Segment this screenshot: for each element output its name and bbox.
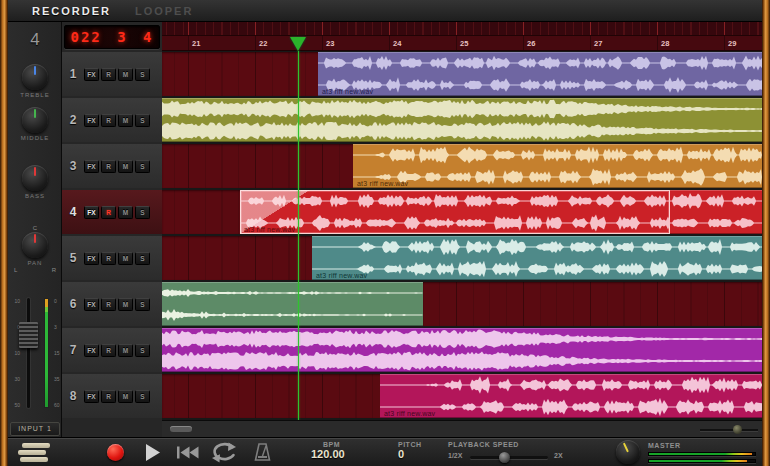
menu-icon[interactable] [18, 442, 52, 463]
track-lane-4[interactable]: at3 riff new.wav [162, 190, 762, 234]
fx-button-track-4[interactable]: FX [84, 206, 99, 219]
record-arm-button-track-4[interactable]: R [101, 206, 116, 219]
waveform-graphic [162, 328, 762, 372]
record-arm-button-track-3[interactable]: R [101, 160, 116, 173]
track-lane-5[interactable]: at3 riff new.wav [162, 236, 762, 280]
zoom-slider-track[interactable] [700, 429, 758, 431]
solo-button-track-5[interactable]: S [135, 252, 150, 265]
fx-button-track-2[interactable]: FX [84, 114, 99, 127]
audio-clip[interactable]: at3 riff new.wav [380, 374, 762, 418]
track-lane-2[interactable] [162, 98, 762, 142]
solo-button-track-3[interactable]: S [135, 160, 150, 173]
mute-button-track-2[interactable]: M [118, 114, 133, 127]
play-icon [144, 443, 161, 462]
speed-slider-handle[interactable] [499, 452, 510, 463]
mute-button-track-8[interactable]: M [118, 390, 133, 403]
audio-clip[interactable]: at3 riff new.wav [353, 144, 762, 188]
metronome-button[interactable] [253, 442, 272, 466]
fx-button-track-8[interactable]: FX [84, 390, 99, 403]
mute-button-track-5[interactable]: M [118, 252, 133, 265]
waveform-graphic [670, 190, 762, 234]
fx-button-track-6[interactable]: FX [84, 298, 99, 311]
zoom-slider-knob[interactable] [733, 425, 742, 434]
track-number: 8 [62, 389, 84, 403]
tab-looper[interactable]: LOOPER [135, 5, 193, 17]
timeline-tick-strip[interactable] [162, 22, 762, 36]
clip-label: at3 riff new.wav [357, 180, 408, 187]
record-arm-button-track-8[interactable]: R [101, 390, 116, 403]
recorder-window: RECORDER LOOPER 4 TREBLEMIDDLEBASSCLRPAN… [0, 0, 770, 466]
record-arm-button-track-5[interactable]: R [101, 252, 116, 265]
clip-label: at3 riff new.wav [244, 226, 295, 233]
pan-knob[interactable] [22, 232, 48, 258]
play-button[interactable] [144, 443, 161, 466]
solo-button-track-8[interactable]: S [135, 390, 150, 403]
bar-number-23: 23 [326, 39, 334, 48]
playback-speed-label: PLAYBACK SPEED [448, 441, 578, 448]
middle-knob[interactable] [22, 107, 48, 133]
timeline-ruler[interactable]: 212223242526272829 [162, 36, 762, 51]
rewind-button[interactable] [176, 445, 200, 464]
track-lane-6[interactable] [162, 282, 762, 326]
speed-slider-track[interactable] [470, 456, 548, 459]
audio-clip[interactable] [162, 98, 762, 142]
horizontal-scrollbar-handle[interactable] [170, 426, 192, 432]
speed-max-label: 2X [554, 452, 563, 459]
input-level-meter [44, 298, 49, 408]
treble-knob-block: TREBLE [8, 64, 62, 98]
record-arm-button-track-1[interactable]: R [101, 68, 116, 81]
pan-left-mark: L [14, 267, 17, 273]
fx-button-track-3[interactable]: FX [84, 160, 99, 173]
fx-button-track-5[interactable]: FX [84, 252, 99, 265]
audio-clip[interactable]: at3 riff new.wav [312, 236, 762, 280]
tab-recorder[interactable]: RECORDER [32, 5, 111, 17]
pan-knob-pointer [34, 234, 36, 243]
mute-button-track-6[interactable]: M [118, 298, 133, 311]
audio-clip[interactable]: at3 riff new.wav [240, 190, 670, 234]
solo-button-track-2[interactable]: S [135, 114, 150, 127]
fader-scale-number: 30 [10, 376, 20, 382]
treble-knob[interactable] [22, 64, 48, 90]
record-button[interactable] [107, 444, 124, 461]
track-lane-1[interactable]: at3 riff new.wav [162, 52, 762, 96]
pitch-value[interactable]: 0 [398, 448, 422, 460]
solo-button-track-1[interactable]: S [135, 68, 150, 81]
record-arm-button-track-2[interactable]: R [101, 114, 116, 127]
loop-button[interactable] [210, 442, 238, 466]
pan-center-mark: C [8, 225, 62, 231]
playhead-marker[interactable] [290, 37, 306, 51]
bar-number-25: 25 [460, 39, 468, 48]
mute-button-track-3[interactable]: M [118, 160, 133, 173]
audio-clip[interactable] [162, 328, 762, 372]
solo-button-track-6[interactable]: S [135, 298, 150, 311]
fx-button-track-7[interactable]: FX [84, 344, 99, 357]
volume-fader-handle[interactable] [19, 322, 38, 348]
master-label: MASTER [648, 442, 756, 449]
channel-strip: 4 TREBLEMIDDLEBASSCLRPAN 100103050 03153… [8, 22, 62, 437]
meter-scale-number: 15 [54, 350, 62, 356]
wood-trim-left [0, 0, 8, 466]
record-arm-button-track-6[interactable]: R [101, 298, 116, 311]
bpm-value[interactable]: 120.00 [311, 448, 345, 460]
master-knob-pointer [623, 443, 629, 453]
input-select-label[interactable]: INPUT 1 [10, 422, 60, 436]
track-lane-8[interactable]: at3 riff new.wav [162, 374, 762, 418]
mute-button-track-1[interactable]: M [118, 68, 133, 81]
track-lane-3[interactable]: at3 riff new.wav [162, 144, 762, 188]
track-number: 2 [62, 113, 84, 127]
solo-button-track-7[interactable]: S [135, 344, 150, 357]
track-lane-7[interactable] [162, 328, 762, 372]
mute-button-track-7[interactable]: M [118, 344, 133, 357]
master-knob[interactable] [616, 440, 640, 464]
bass-knob[interactable] [22, 165, 48, 191]
volume-fader-track[interactable] [27, 298, 30, 408]
mute-button-track-4[interactable]: M [118, 206, 133, 219]
audio-clip[interactable] [162, 282, 423, 326]
record-arm-button-track-7[interactable]: R [101, 344, 116, 357]
solo-button-track-4[interactable]: S [135, 206, 150, 219]
fader-scale-left: 100103050 [10, 298, 20, 408]
audio-clip[interactable]: at3 riff new.wav [318, 52, 762, 96]
audio-clip[interactable] [670, 190, 762, 234]
fx-button-track-1[interactable]: FX [84, 68, 99, 81]
waveform-graphic [162, 282, 423, 326]
